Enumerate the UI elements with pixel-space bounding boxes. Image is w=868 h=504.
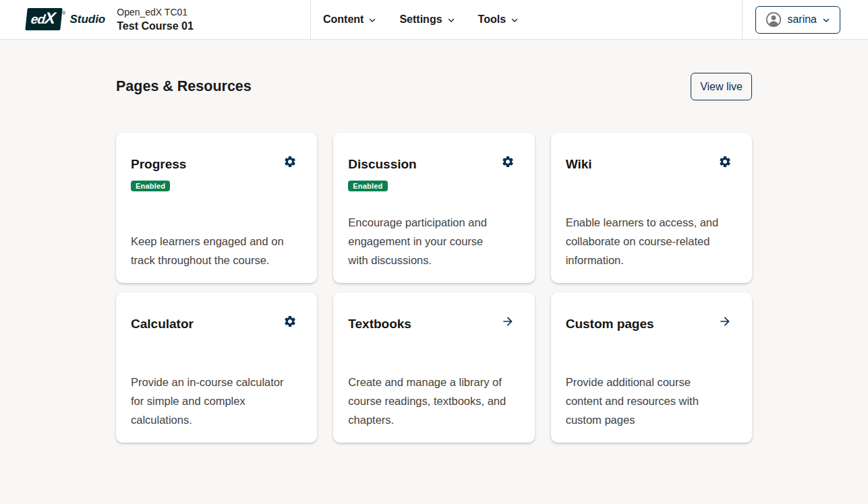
card-calculator[interactable]: Calculator Provide an in-course calculat…	[116, 292, 317, 443]
pages-resources-page: Pages & Resources View live Progress Ena…	[0, 73, 868, 443]
chevron-down-icon	[511, 16, 519, 24]
enabled-badge: Enabled	[131, 181, 170, 191]
card-description: Create and manage a library of course re…	[348, 373, 507, 429]
settings-gear-icon[interactable]	[501, 155, 515, 168]
card-title: Textbooks	[348, 317, 411, 332]
card-discussion[interactable]: Discussion Enabled Encourage participati…	[333, 133, 534, 283]
card-textbooks[interactable]: Textbooks Create and manage a library of…	[333, 292, 534, 443]
cards-grid: Progress Enabled Keep learners engaged a…	[116, 133, 752, 443]
card-title: Wiki	[566, 157, 592, 172]
settings-gear-icon[interactable]	[718, 155, 732, 168]
nav-content[interactable]: Content	[323, 13, 376, 26]
user-menu-button[interactable]: sarina	[755, 6, 840, 34]
nav-label: Settings	[399, 13, 442, 26]
page-title: Pages & Resources	[116, 78, 252, 95]
settings-gear-icon[interactable]	[283, 315, 297, 328]
course-info: Open_edX TC01 Test Course 01	[117, 6, 194, 33]
card-description: Provide an in-course calculator for simp…	[131, 373, 290, 429]
arrow-forward-icon[interactable]	[718, 315, 732, 328]
studio-logo-text: Studio	[69, 13, 105, 26]
avatar-icon	[765, 11, 782, 28]
nav-settings[interactable]: Settings	[399, 13, 455, 26]
chevron-down-icon	[368, 16, 376, 24]
chevron-down-icon	[822, 16, 830, 24]
card-description: Provide additional course content and re…	[566, 373, 725, 429]
card-title: Custom pages	[566, 317, 654, 332]
user-name: sarina	[787, 13, 817, 26]
card-title: Discussion	[348, 157, 416, 172]
course-org: Open_edX TC01	[117, 6, 194, 18]
nav-tools[interactable]: Tools	[478, 13, 519, 26]
card-description: Encourage participation and engagement i…	[348, 213, 500, 270]
arrow-forward-icon[interactable]	[501, 315, 515, 328]
registered-mark: ®	[62, 11, 65, 15]
studio-logo[interactable]: edX® Studio	[0, 8, 105, 30]
card-wiki[interactable]: Wiki Enable learners to access, and coll…	[551, 133, 752, 283]
card-progress[interactable]: Progress Enabled Keep learners engaged a…	[116, 133, 317, 283]
settings-gear-icon[interactable]	[283, 155, 297, 168]
card-description: Enable learners to access, and collabora…	[566, 213, 725, 270]
edx-logo: edX	[25, 8, 63, 30]
header: edX® Studio Open_edX TC01 Test Course 01…	[0, 0, 868, 40]
course-title: Test Course 01	[117, 19, 194, 33]
card-custom-pages[interactable]: Custom pages Provide additional course c…	[551, 292, 752, 443]
card-description: Keep learners engaged and on track throu…	[131, 232, 290, 270]
main-nav: ContentSettingsTools	[311, 0, 742, 39]
nav-label: Tools	[478, 13, 506, 26]
nav-label: Content	[323, 13, 364, 26]
card-title: Calculator	[131, 317, 194, 332]
card-title: Progress	[131, 157, 186, 172]
enabled-badge: Enabled	[348, 181, 387, 191]
view-live-button[interactable]: View live	[691, 73, 752, 100]
chevron-down-icon	[447, 16, 455, 24]
